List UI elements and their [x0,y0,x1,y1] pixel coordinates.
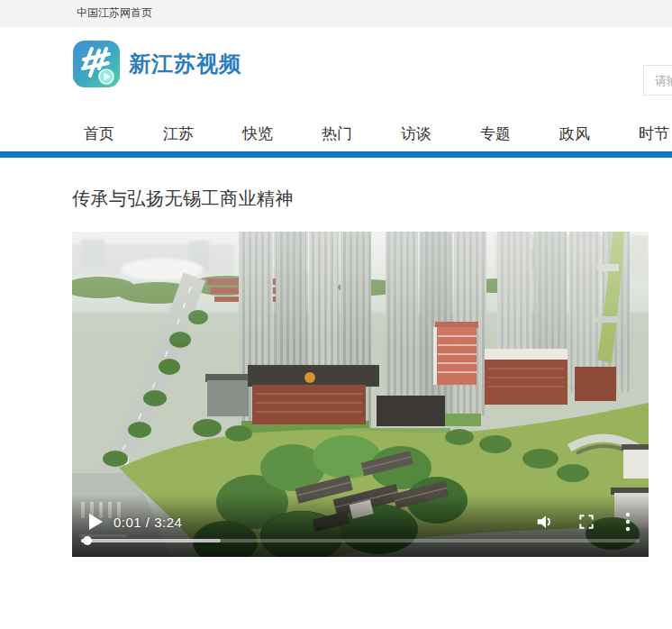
search-input[interactable] [643,65,672,96]
nav-item-season[interactable]: 时节 [639,123,669,144]
video-player[interactable]: 0:01 / 3:24 [72,232,649,557]
time-display: 0:01 / 3:24 [114,515,182,530]
nav-item-interview[interactable]: 访谈 [401,123,431,144]
page: 中国江苏网首页 [0,0,672,629]
video-title: 传承与弘扬无锡工商业精神 [72,187,672,211]
fullscreen-icon[interactable] [577,512,596,532]
nav-accent-bar [0,151,672,158]
more-options-icon[interactable] [618,512,638,532]
volume-icon[interactable] [535,512,555,532]
nav-item-home[interactable]: 首页 [84,123,114,144]
topbar: 中国江苏网首页 [0,0,672,27]
main-content: 传承与弘扬无锡工商业精神 [0,187,672,557]
nav-item-quick-view[interactable]: 快览 [242,123,273,144]
brand[interactable]: 新江苏视频 [72,40,241,88]
nav-item-gov-style[interactable]: 政风 [559,123,590,144]
progress-buffered [81,539,221,542]
nav-item-special[interactable]: 专题 [480,123,511,144]
progress-bar[interactable] [81,539,640,542]
brand-title: 新江苏视频 [129,50,241,78]
brand-logo-icon [72,40,121,88]
main-nav: 首页 江苏 快览 热门 访谈 专题 政风 时节 [72,123,669,144]
controls-bar: 0:01 / 3:24 [72,510,649,533]
progress-playhead[interactable] [83,536,92,545]
site-header: 新江苏视频 首页 江苏 快览 热门 访谈 专题 政风 时节 [0,27,672,151]
topbar-home-link[interactable]: 中国江苏网首页 [77,5,152,21]
nav-item-hot[interactable]: 热门 [322,123,352,144]
nav-item-jiangsu[interactable]: 江苏 [163,123,194,144]
play-icon[interactable] [88,514,103,530]
